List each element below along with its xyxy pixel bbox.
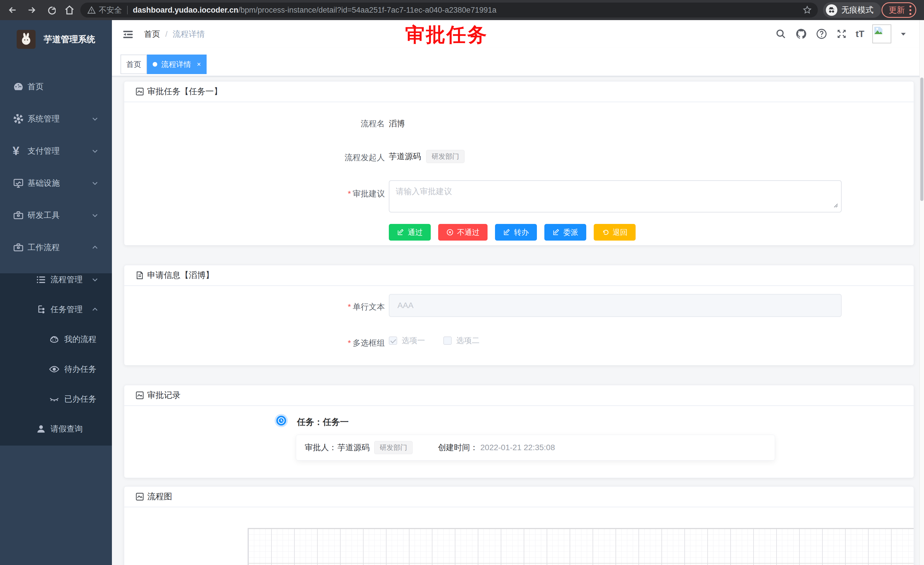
card-header: 流程图 bbox=[124, 487, 914, 507]
incognito-icon bbox=[826, 4, 837, 16]
yen-icon: ¥ bbox=[13, 144, 19, 158]
sidebar-logo-row[interactable]: 芋道管理系统 bbox=[0, 24, 112, 55]
fullscreen-icon[interactable] bbox=[836, 28, 848, 40]
sidebar-item-payment[interactable]: ¥ 支付管理 bbox=[0, 135, 112, 167]
forward-icon[interactable] bbox=[25, 4, 38, 17]
text-field-input[interactable] bbox=[389, 294, 842, 317]
help-icon[interactable] bbox=[816, 28, 828, 40]
picture-icon bbox=[135, 391, 144, 400]
record-detail-card: 审批人：芋道源码 研发部门 创建时间： 2022-01-21 22:35:08 bbox=[296, 435, 775, 460]
dept-tag: 研发部门 bbox=[426, 150, 465, 163]
approve-button[interactable]: 通过 bbox=[389, 224, 431, 240]
chevron-down-icon bbox=[91, 212, 99, 219]
approver-name: 芋道源码 bbox=[338, 442, 370, 453]
checkbox-option-1[interactable]: 选项一 bbox=[389, 335, 425, 346]
text-field-label: *单行文本 bbox=[264, 302, 385, 313]
card-title: 申请信息【滔博】 bbox=[147, 270, 214, 281]
sidebar-item-process-mgmt[interactable]: 流程管理 bbox=[0, 263, 112, 296]
timeline-clock-icon bbox=[274, 414, 288, 427]
reload-icon[interactable] bbox=[44, 4, 57, 17]
return-button[interactable]: 退回 bbox=[594, 224, 636, 240]
resize-handle-icon[interactable] bbox=[832, 201, 839, 209]
suggestion-textarea[interactable] bbox=[389, 180, 842, 212]
chevron-down-icon bbox=[91, 115, 99, 123]
screen: 不安全 dashboard.yudao.iocoder.cn/bpm/proce… bbox=[0, 0, 924, 565]
font-size-icon[interactable]: tT bbox=[856, 29, 864, 39]
card-title: 审批记录 bbox=[147, 389, 180, 401]
toolbox-icon bbox=[13, 242, 24, 253]
eye-closed-icon bbox=[49, 394, 60, 404]
sidebar-item-label: 支付管理 bbox=[27, 146, 60, 156]
sidebar: 芋道管理系统 首页 系统管理 ¥ 支付管理 基础设施 bbox=[0, 20, 112, 565]
divider bbox=[127, 6, 128, 14]
sidebar-item-label: 基础设施 bbox=[27, 178, 60, 189]
sidebar-item-label: 任务管理 bbox=[51, 304, 82, 315]
annotation-text: 审批任务 bbox=[405, 22, 488, 48]
checkbox-option-2[interactable]: 选项二 bbox=[443, 335, 480, 346]
initiator-value: 芋道源码 研发部门 bbox=[389, 150, 465, 163]
chevron-down-icon bbox=[91, 179, 99, 187]
sidebar-item-label: 流程管理 bbox=[51, 274, 82, 285]
delegate-button[interactable]: 委派 bbox=[544, 224, 586, 240]
avatar[interactable] bbox=[872, 24, 891, 44]
checkbox-group-label: *多选框组 bbox=[264, 338, 385, 349]
main-content: 审批任务【任务一】 流程名 滔博 流程发起人 芋道源码 研发部门 *审批建议 通… bbox=[112, 77, 924, 565]
chevron-up-icon bbox=[91, 306, 99, 313]
sidebar-item-devtools[interactable]: 研发工具 bbox=[0, 199, 112, 231]
browser-menu-icon[interactable] bbox=[909, 6, 911, 15]
picture-icon bbox=[135, 87, 144, 96]
sidebar-item-infra[interactable]: 基础设施 bbox=[0, 167, 112, 199]
transfer-button[interactable]: 转办 bbox=[495, 224, 537, 240]
sidebar-item-home[interactable]: 首页 bbox=[0, 71, 112, 103]
incognito-badge: 无痕模式 bbox=[823, 2, 881, 18]
process-name-label: 流程名 bbox=[264, 118, 385, 129]
card-header: 审批记录 bbox=[124, 385, 914, 406]
checkbox-group: 选项一 选项二 bbox=[389, 335, 480, 346]
sidebar-item-todo-tasks[interactable]: 待办任务 bbox=[0, 353, 112, 385]
home-icon[interactable] bbox=[63, 4, 76, 17]
browser-toolbar: 不安全 dashboard.yudao.iocoder.cn/bpm/proce… bbox=[0, 0, 924, 20]
tab-process-detail[interactable]: 流程详情 × bbox=[147, 54, 207, 74]
checkbox-unchecked-icon bbox=[443, 337, 452, 345]
hamburger-icon[interactable] bbox=[122, 28, 134, 41]
sidebar-item-label: 待办任务 bbox=[64, 364, 96, 375]
bookmark-star-icon[interactable] bbox=[802, 5, 812, 15]
tab-label: 流程详情 bbox=[161, 59, 191, 69]
checkbox-checked-icon bbox=[389, 337, 397, 345]
close-icon[interactable]: × bbox=[197, 60, 201, 68]
back-icon[interactable] bbox=[6, 4, 19, 17]
sidebar-item-task-mgmt[interactable]: 任务管理 bbox=[0, 293, 112, 326]
flow-diagram-card: 流程图 bbox=[124, 486, 914, 565]
list-icon bbox=[36, 274, 46, 285]
sidebar-item-leave-query[interactable]: 请假查询 bbox=[0, 413, 112, 445]
dept-tag: 研发部门 bbox=[374, 441, 412, 454]
reject-button[interactable]: 不通过 bbox=[438, 224, 488, 240]
github-icon[interactable] bbox=[795, 27, 807, 40]
toolbox-icon bbox=[13, 210, 24, 221]
sidebar-item-workflow[interactable]: 工作流程 bbox=[0, 231, 112, 263]
scrollbar-thumb[interactable] bbox=[920, 78, 923, 201]
sidebar-item-system[interactable]: 系统管理 bbox=[0, 103, 112, 135]
process-name-value: 滔博 bbox=[389, 118, 405, 129]
url-path: /bpm/process-instance/detail?id=54aa251f… bbox=[238, 6, 496, 15]
breadcrumb: 首页 / 流程详情 bbox=[144, 29, 205, 40]
breadcrumb-home[interactable]: 首页 bbox=[144, 29, 160, 40]
browser-update-button[interactable]: 更新 bbox=[882, 2, 916, 18]
url-host: dashboard.yudao.iocoder.cn bbox=[133, 6, 238, 15]
update-label: 更新 bbox=[889, 5, 905, 15]
caret-down-icon[interactable] bbox=[899, 30, 908, 38]
document-icon bbox=[135, 271, 144, 280]
search-icon[interactable] bbox=[775, 28, 787, 40]
window-scrollbar[interactable] bbox=[920, 20, 924, 565]
card-header: 审批任务【任务一】 bbox=[124, 81, 914, 102]
sidebar-item-label: 首页 bbox=[27, 81, 44, 92]
sidebar-item-done-tasks[interactable]: 已办任务 bbox=[0, 383, 112, 415]
tab-label: 首页 bbox=[126, 59, 141, 69]
sidebar-item-my-process[interactable]: 我的流程 bbox=[0, 323, 112, 355]
tab-home[interactable]: 首页 bbox=[120, 54, 147, 74]
app-logo bbox=[16, 30, 36, 49]
bpmn-canvas[interactable] bbox=[248, 528, 914, 565]
address-bar[interactable]: 不安全 dashboard.yudao.iocoder.cn/bpm/proce… bbox=[80, 3, 818, 18]
card-header: 申请信息【滔博】 bbox=[124, 265, 914, 286]
task-line: 任务：任务一 bbox=[297, 416, 349, 428]
